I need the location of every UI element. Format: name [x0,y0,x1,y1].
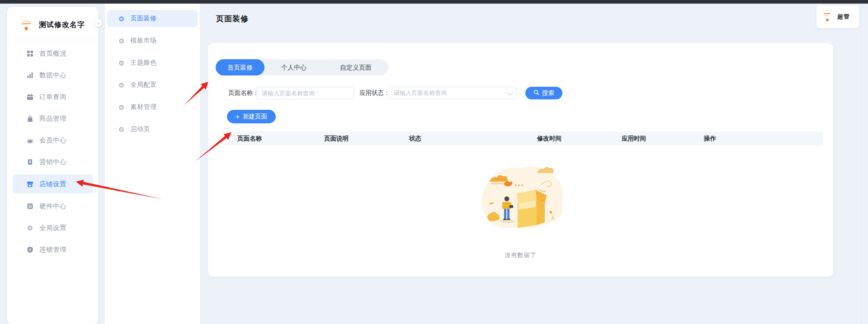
col-page-name: 页面名称 [237,131,262,146]
empty-state-text: 没有数据了 [208,251,833,259]
col-applied: 应用时间 [622,131,646,146]
search-button[interactable]: 搜索 [525,87,562,99]
filter-row: 页面名称： 应用状态： 请输入页面名称查询 搜索 [208,87,833,99]
submenu-item-label: 启动页 [130,125,150,133]
gear-icon: ⚙ [118,15,124,22]
tab-home-decoration[interactable]: 首页装修 [216,59,264,75]
table-header-row: 页面名称 页面说明 状态 修改时间 应用时间 操作 [224,131,823,146]
sidebar-item-label: 会员中心 [39,136,66,145]
crown-icon [27,137,33,144]
logo-row[interactable]: 测试修改名字 [7,14,98,36]
tab-bar: 首页装修 个人中心 自定义页面 [216,59,388,75]
sidebar-item-chain-management[interactable]: 连锁管理 [13,240,93,258]
submenu: ⚙ 页面装修 ⚙ 模板市场 ⚙ 主题颜色 ⚙ 全局配置 ⚙ 素材管理 ⚙ 启动页 [105,4,200,138]
sidebar-item-label: 硬件中心 [39,202,66,211]
content-card: 首页装修 个人中心 自定义页面 页面名称： 应用状态： 请输入页面名称查询 搜索… [208,43,833,277]
submenu-item-label: 主题颜色 [130,59,156,67]
submenu-item-page-decoration[interactable]: ⚙ 页面装修 [107,10,198,27]
chevron-left-icon: ‹ [98,20,99,26]
shopping-bag-icon [27,115,33,122]
sidebar-divider [11,40,94,40]
primary-sidebar: 测试修改名字 首页概况 数据中心 订单查询 [7,7,98,324]
sidebar-item-label: 连锁管理 [39,245,66,254]
submenu-item-material-management[interactable]: ⚙ 素材管理 [107,99,198,116]
select-placeholder: 请输入页面名称查询 [394,89,508,97]
col-modified: 修改时间 [537,131,561,146]
sidebar-item-label: 数据中心 [39,71,66,80]
sidebar-item-label: 订单查询 [39,93,66,101]
sidebar-item-data-center[interactable]: 数据中心 [13,66,93,84]
calendar-icon [27,94,33,100]
submenu-item-label: 模板市场 [130,37,156,45]
sidebar-item-hardware-center[interactable]: 硬件中心 [13,197,93,215]
user-avatar [822,8,833,25]
page-name-input[interactable] [257,87,354,99]
select-all-checkbox[interactable] [229,135,235,141]
sidebar-item-order-query[interactable]: 订单查询 [13,88,93,106]
shield-icon [27,246,33,253]
search-icon [533,89,539,97]
sidebar-item-label: 营销中心 [39,158,66,166]
plus-icon: + [236,113,240,120]
bar-chart-icon [27,72,33,79]
gear-icon: ⚙ [118,38,124,44]
chevron-down-icon [508,89,514,95]
brand-title: 测试修改名字 [39,20,85,30]
sidebar-item-label: 商品管理 [39,114,66,123]
submenu-item-label: 素材管理 [130,103,156,111]
page-name-label: 页面名称： [228,87,259,99]
app-status-select[interactable]: 请输入页面名称查询 [389,87,517,99]
dashboard-grid-icon [27,50,33,57]
gear-icon: ⚙ [118,104,124,111]
sidebar-item-home-overview[interactable]: 首页概况 [13,44,93,62]
user-card[interactable]: 超管 [816,5,859,28]
submenu-item-theme-color[interactable]: ⚙ 主题颜色 [107,54,198,71]
submenu-item-label: 全局配置 [130,81,156,89]
sidebar-item-member-center[interactable]: 会员中心 [13,131,93,149]
tab-custom-page[interactable]: 自定义页面 [323,59,388,75]
submenu-item-global-config[interactable]: ⚙ 全局配置 [107,76,198,94]
new-page-button-label: 新建页面 [243,113,267,121]
empty-state-illustration [473,162,568,238]
sidebar-collapse-button[interactable]: ‹ [94,19,102,27]
scrollbar-edge[interactable] [861,4,862,324]
tab-personal-center[interactable]: 个人中心 [264,59,323,75]
col-status: 状态 [409,131,421,146]
user-role-badge: 超管 [837,13,850,21]
gear-icon: ⚙ [118,126,124,133]
new-page-button[interactable]: + 新建页面 [227,110,276,123]
app-status-label: 应用状态： [359,87,390,99]
storefront-icon [27,181,33,188]
sidebar-item-label: 全局设置 [39,224,66,232]
hardware-chip-icon [27,203,33,210]
coupon-icon [27,159,33,165]
browser-top-strip [0,0,868,4]
submenu-item-template-market[interactable]: ⚙ 模板市场 [107,32,198,49]
brand-logo-icon [19,18,33,32]
sidebar-item-label: 首页概况 [39,49,66,58]
sidebar-item-shop-settings[interactable]: 店铺设置 [13,174,93,193]
col-page-desc: 页面说明 [324,131,349,146]
empty-state: 没有数据了 [208,162,833,259]
sidebar-item-label: 店铺设置 [39,180,66,188]
search-button-label: 搜索 [542,89,554,97]
submenu-item-label: 页面装修 [130,14,156,23]
gear-icon: ⚙ [118,60,124,66]
gear-icon: ⚙ [27,225,33,231]
app-window: 测试修改名字 首页概况 数据中心 订单查询 [0,0,868,324]
sidebar-menu: 首页概况 数据中心 订单查询 商品管理 [7,44,98,262]
col-actions: 操作 [704,131,716,146]
gear-icon: ⚙ [118,82,124,89]
page-title: 页面装修 [216,14,249,24]
secondary-sidebar: ⚙ 页面装修 ⚙ 模板市场 ⚙ 主题颜色 ⚙ 全局配置 ⚙ 素材管理 ⚙ 启动页 [105,4,200,324]
sidebar-item-goods-management[interactable]: 商品管理 [13,109,93,127]
sidebar-item-marketing-center[interactable]: 营销中心 [13,153,93,171]
submenu-item-launch-page[interactable]: ⚙ 启动页 [107,121,198,138]
sidebar-item-global-settings[interactable]: ⚙ 全局设置 [13,219,93,237]
